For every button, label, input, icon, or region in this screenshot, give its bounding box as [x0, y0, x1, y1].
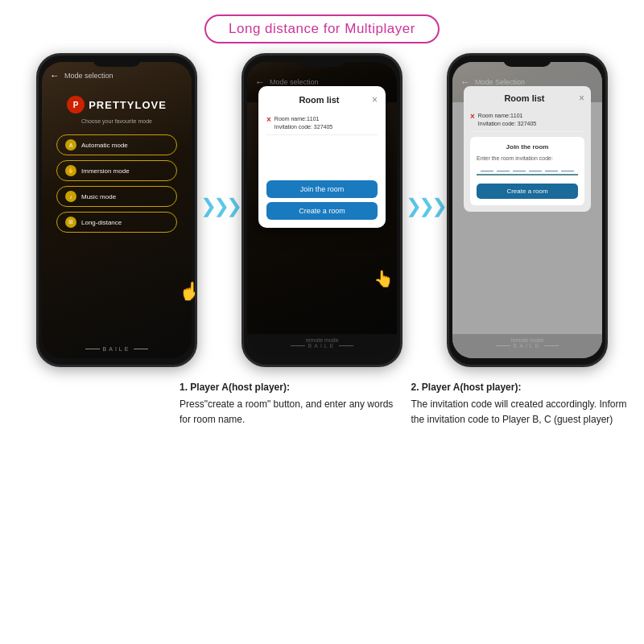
longdistance-label: Long-distance — [81, 219, 122, 226]
mode-btn-immersion[interactable]: ✋ Immersion mode — [56, 160, 177, 181]
screen-3: ← Mode Selection Room list × × — [452, 62, 602, 358]
code-dash-1 — [481, 171, 493, 172]
room-list-modal: Room list × × Room name:1101 Invitation … — [258, 86, 386, 228]
music-label: Music mode — [81, 193, 116, 200]
room-list-close[interactable]: × — [579, 93, 584, 104]
description-2: 2. Player A(host player): The invitation… — [405, 380, 637, 428]
screen3-modal: Room list × × Room name:1101 Invitation … — [452, 62, 602, 358]
room-info: Room name:1101 Invitation code: 327405 — [275, 115, 332, 131]
back-icon[interactable]: ← — [50, 70, 60, 81]
room-invitation: Invitation code: 327405 — [275, 123, 332, 131]
room-list-title-row: Room list × — [470, 93, 584, 104]
arrow-1: ❯❯❯ — [197, 53, 242, 359]
screen-1: ← Mode selection P PRETTYLOVE Choose you… — [42, 62, 192, 358]
room-x-icon: × — [266, 115, 271, 124]
room-x-icon-3: × — [470, 112, 475, 121]
join-room-btn[interactable]: Join the room — [266, 180, 378, 198]
notch-1 — [93, 56, 141, 67]
desc-2-text: The invitation code will created accordi… — [411, 397, 630, 427]
notch-2 — [298, 56, 346, 67]
baile-1: BAILE — [42, 346, 192, 352]
desc-2-num: 2. Player A(host player): — [411, 380, 630, 395]
invitation-code-label: Enter the room invitation code: — [477, 155, 578, 161]
mode-btn-music[interactable]: ♪ Music mode — [56, 186, 177, 207]
spacer-desc — [8, 380, 173, 428]
screen1-title: Mode selection — [64, 72, 114, 80]
phone-3: ← Mode Selection Room list × × — [447, 53, 608, 367]
longdistance-icon: ⊞ — [65, 217, 76, 228]
music-icon: ♪ — [65, 191, 76, 202]
hand-pointer-2: 👆 — [374, 269, 394, 288]
code-dash-3 — [513, 171, 526, 172]
triple-arrow-1: ❯❯❯ — [200, 195, 239, 217]
logo-text: PRETTYLOVE — [89, 99, 167, 111]
modal-overlay-2: Room list × × Room name:1101 Invitation … — [247, 62, 397, 358]
phones-row: ← Mode selection P PRETTYLOVE Choose you… — [0, 53, 644, 367]
code-dash-4 — [529, 171, 542, 172]
triple-arrow-2: ❯❯❯ — [406, 195, 444, 217]
room-name-3: Room name:1101 — [478, 112, 536, 120]
join-room-label: Join the room — [477, 143, 578, 151]
code-dash-2 — [497, 171, 510, 172]
room-info-3: Room name:1101 Invitation code: 327405 — [478, 112, 536, 128]
desc-1-num: 1. Player A(host player): — [180, 380, 398, 395]
phone-2: ← Mode selection Room list × × — [242, 53, 402, 367]
room-entry: × Room name:1101 Invitation code: 327405 — [266, 112, 378, 135]
mode-btn-automatic[interactable]: A Automatic mode — [56, 134, 177, 155]
logo-icon: P — [67, 96, 85, 114]
create-room-btn[interactable]: Create a room — [266, 202, 378, 220]
room-name: Room name:1101 — [275, 115, 332, 123]
immersion-label: Immersion mode — [81, 167, 130, 175]
modal-title-row: Room list × — [266, 94, 378, 105]
descriptions-row: 1. Player A(host player): Press"create a… — [0, 380, 644, 428]
room-list-panel: Room list × × Room name:1101 Invitation … — [464, 86, 591, 212]
automatic-label: Automatic mode — [81, 142, 128, 149]
phone-1: ← Mode selection P PRETTYLOVE Choose you… — [36, 53, 197, 367]
choose-text: Choose your favourite mode — [42, 118, 192, 124]
room-list-title: Room list — [470, 93, 579, 103]
room-invitation-3: Invitation code: 327405 — [478, 120, 536, 128]
title-area: Long distance for Multiplayer — [0, 0, 644, 43]
modal-spacer — [266, 140, 378, 180]
mode-btn-longdistance[interactable]: ⊞ Long-distance — [56, 212, 177, 233]
logo-area: P PRETTYLOVE — [42, 85, 192, 118]
immersion-icon: ✋ — [65, 165, 76, 176]
modal-close-btn[interactable]: × — [372, 94, 378, 105]
code-dash-5 — [545, 171, 558, 172]
arrow-2: ❯❯❯ — [402, 53, 447, 359]
page-title: Long distance for Multiplayer — [204, 14, 440, 43]
desc-1-text: Press"create a room" button, and enter a… — [180, 397, 398, 427]
room-entry-3: × Room name:1101 Invitation code: 327405 — [470, 109, 584, 132]
modal-title: Room list — [266, 95, 372, 105]
create-room-btn-3[interactable]: Create a room — [477, 184, 578, 199]
screen-2: ← Mode selection Room list × × — [247, 62, 397, 358]
hand-pointer-1: 👆 — [180, 281, 197, 302]
code-input-area — [477, 164, 578, 176]
code-dash-6 — [561, 171, 574, 172]
description-1: 1. Player A(host player): Press"create a… — [173, 380, 405, 428]
automatic-icon: A — [65, 139, 76, 151]
notch-3 — [503, 56, 551, 67]
join-room-inner: Join the room Enter the room invitation … — [470, 137, 584, 206]
